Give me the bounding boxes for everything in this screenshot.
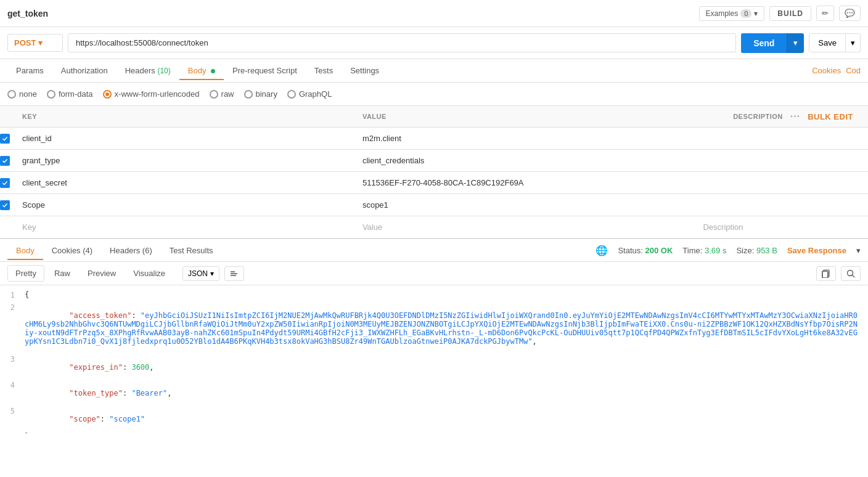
body-options: none form-data x-www-form-urlencoded raw… bbox=[0, 83, 868, 106]
tab-params[interactable]: Params bbox=[7, 61, 52, 80]
row-checkbox[interactable] bbox=[0, 178, 10, 188]
radio-raw[interactable]: raw bbox=[210, 89, 234, 99]
tab-settings[interactable]: Settings bbox=[342, 61, 388, 80]
radio-binary[interactable]: binary bbox=[244, 89, 277, 99]
line-content: "scope": "scope1" bbox=[25, 406, 868, 432]
save-button[interactable]: Save bbox=[809, 33, 846, 52]
row-checkbox[interactable] bbox=[0, 134, 10, 144]
radio-graphql-label: GraphQL bbox=[299, 89, 332, 99]
code-line: 2 "access_token": "eyJhbGciOiJSUzI1NiIsI… bbox=[0, 303, 868, 354]
copy-button[interactable] bbox=[816, 266, 836, 281]
line-content: "access_token": "eyJhbGciOiJSUzI1NiIsImt… bbox=[25, 303, 868, 354]
code-line: 4 "token_type": "Bearer", bbox=[0, 380, 868, 406]
placeholder-key: Key bbox=[15, 216, 355, 238]
row-checkbox[interactable] bbox=[0, 200, 10, 210]
th-description-label: DESCRIPTION bbox=[733, 113, 783, 120]
send-button[interactable]: Send bbox=[741, 33, 787, 53]
row-key-cell[interactable]: client_id bbox=[15, 128, 355, 150]
radio-none-circle bbox=[7, 90, 16, 99]
viewer-tab-preview[interactable]: Preview bbox=[80, 266, 123, 281]
chevron-down-icon: ▾ bbox=[210, 269, 214, 278]
radio-urlencoded[interactable]: x-www-form-urlencoded bbox=[103, 89, 200, 99]
viewer-tab-pretty[interactable]: Pretty bbox=[7, 265, 44, 282]
radio-form-data[interactable]: form-data bbox=[47, 89, 93, 99]
examples-button[interactable]: Examples 0 ▾ bbox=[699, 6, 765, 21]
build-button[interactable]: BUILD bbox=[769, 6, 811, 21]
params-table-container: KEY VALUE DESCRIPTION ··· Bulk Edit bbox=[0, 106, 868, 238]
row-value-cell[interactable]: 511536EF-F270-4058-80CA-1C89C192F69A bbox=[355, 172, 696, 194]
url-input[interactable] bbox=[68, 33, 736, 52]
comment-icon-button[interactable]: 💬 bbox=[839, 6, 861, 21]
tab-tests[interactable]: Tests bbox=[306, 61, 342, 80]
row-checkbox-cell[interactable] bbox=[0, 194, 15, 216]
examples-label: Examples bbox=[706, 9, 739, 18]
edit-icon-button[interactable]: ✏ bbox=[816, 6, 834, 21]
row-desc-cell[interactable] bbox=[695, 194, 868, 216]
chevron-down-icon: ▾ bbox=[38, 38, 43, 47]
row-desc-cell[interactable] bbox=[695, 128, 868, 150]
response-tab-cookies[interactable]: Cookies (4) bbox=[43, 241, 101, 260]
row-value-cell[interactable]: scope1 bbox=[355, 194, 696, 216]
check-icon bbox=[2, 180, 8, 186]
save-dropdown-button[interactable]: ▾ bbox=[846, 33, 861, 52]
tab-pre-request[interactable]: Pre-request Script bbox=[224, 61, 306, 80]
svg-point-3 bbox=[848, 270, 853, 275]
row-desc-cell[interactable] bbox=[695, 172, 868, 194]
code-line: 3 "expires_in": 3600, bbox=[0, 354, 868, 380]
url-bar: POST ▾ Send ▾ Save ▾ bbox=[0, 27, 868, 59]
row-key-cell[interactable]: grant_type bbox=[15, 150, 355, 172]
row-key: client_secret bbox=[15, 172, 355, 194]
cookies-link[interactable]: Cookies bbox=[812, 66, 841, 75]
line-number: 5 bbox=[0, 406, 25, 432]
radio-none[interactable]: none bbox=[7, 89, 37, 99]
row-checkbox-cell[interactable] bbox=[0, 150, 15, 172]
row-checkbox-cell[interactable] bbox=[0, 128, 15, 150]
viewer-tab-visualize[interactable]: Visualize bbox=[126, 266, 173, 281]
response-tab-test-results[interactable]: Test Results bbox=[161, 241, 222, 260]
wrap-icon bbox=[230, 269, 239, 278]
row-desc-cell[interactable] bbox=[695, 150, 868, 172]
response-tab-body[interactable]: Body bbox=[7, 241, 43, 260]
viewer-tab-raw[interactable]: Raw bbox=[47, 266, 78, 281]
line-number: 1 bbox=[0, 290, 25, 303]
table-row: grant_type client_credentials bbox=[0, 150, 868, 172]
request-title: get_token bbox=[7, 9, 699, 18]
line-content: { bbox=[25, 290, 868, 303]
json-format-group: JSON ▾ bbox=[182, 266, 244, 281]
line-number: 6 bbox=[0, 432, 25, 433]
radio-raw-circle bbox=[210, 90, 218, 99]
send-dropdown-button[interactable]: ▾ bbox=[787, 33, 804, 53]
radio-graphql[interactable]: GraphQL bbox=[287, 89, 332, 99]
check-icon bbox=[2, 136, 8, 142]
size-label: Size: 953 B bbox=[736, 246, 777, 255]
response-tab-headers[interactable]: Headers (6) bbox=[101, 241, 161, 260]
row-checkbox[interactable] bbox=[0, 156, 10, 166]
save-response-dropdown-icon[interactable]: ▾ bbox=[856, 246, 861, 255]
save-response-button[interactable]: Save Response bbox=[787, 246, 846, 255]
tab-body[interactable]: Body bbox=[179, 61, 224, 80]
row-value-cell[interactable]: client_credentials bbox=[355, 150, 696, 172]
line-content: } bbox=[25, 432, 868, 433]
search-button[interactable] bbox=[841, 266, 861, 281]
tab-headers[interactable]: Headers (10) bbox=[117, 61, 179, 80]
body-active-dot bbox=[211, 69, 215, 73]
top-bar-actions: Examples 0 ▾ BUILD ✏ 💬 bbox=[699, 6, 861, 21]
row-checkbox-cell[interactable] bbox=[0, 172, 15, 194]
row-key-cell[interactable]: client_secret bbox=[15, 172, 355, 194]
more-options-icon[interactable]: ··· bbox=[790, 111, 800, 122]
wrap-button[interactable] bbox=[224, 266, 244, 281]
row-value-cell[interactable]: m2m.client bbox=[355, 128, 696, 150]
chevron-down-icon: ▾ bbox=[754, 9, 758, 18]
row-value: m2m.client bbox=[355, 128, 696, 149]
method-dropdown[interactable]: POST ▾ bbox=[7, 34, 63, 52]
row-value: scope1 bbox=[355, 194, 696, 216]
pencil-icon: ✏ bbox=[822, 9, 829, 18]
json-format-dropdown[interactable]: JSON ▾ bbox=[182, 266, 219, 281]
code-link[interactable]: Cod bbox=[846, 66, 861, 75]
bulk-edit-button[interactable]: Bulk Edit bbox=[808, 112, 853, 121]
row-key-cell[interactable]: Scope bbox=[15, 194, 355, 216]
radio-binary-label: binary bbox=[256, 89, 277, 99]
tab-authorization[interactable]: Authorization bbox=[52, 61, 117, 80]
row-desc bbox=[695, 155, 868, 167]
method-label: POST bbox=[14, 38, 36, 47]
